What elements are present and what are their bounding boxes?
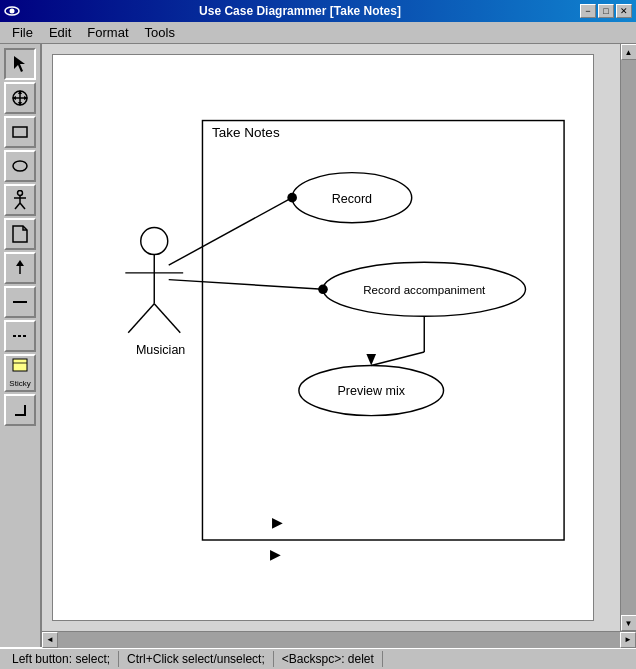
svg-rect-10	[13, 127, 27, 137]
menu-tools[interactable]: Tools	[137, 23, 183, 42]
svg-line-16	[20, 203, 25, 209]
svg-point-1	[10, 9, 15, 14]
svg-marker-19	[16, 260, 24, 266]
svg-line-38	[371, 352, 424, 366]
svg-rect-22	[13, 359, 27, 371]
close-button[interactable]: ✕	[616, 4, 632, 18]
status-bar: Left button: select; Ctrl+Click select/u…	[0, 647, 636, 669]
scroll-up-button[interactable]: ▲	[621, 44, 637, 60]
svg-point-34	[287, 193, 297, 203]
svg-line-15	[15, 203, 20, 209]
usecase-record-acc-label: Record accompaniment	[363, 284, 486, 296]
svg-line-29	[154, 304, 180, 333]
bracket-tool[interactable]	[4, 394, 36, 426]
scroll-right-button[interactable]: ►	[620, 632, 636, 648]
menu-edit[interactable]: Edit	[41, 23, 79, 42]
svg-point-12	[18, 191, 23, 196]
canvas-container: Take Notes Musician	[42, 44, 636, 647]
canvas-with-scrollbar: Take Notes Musician	[42, 44, 636, 631]
toolbar: Sticky	[0, 44, 42, 647]
window-title: Use Case Diagrammer [Take Notes]	[20, 4, 580, 18]
dashed-line-tool[interactable]	[4, 320, 36, 352]
svg-marker-2	[14, 56, 25, 72]
sticky-tool[interactable]: Sticky	[4, 354, 36, 392]
svg-marker-39	[366, 354, 376, 366]
window-controls: − □ ✕	[580, 4, 632, 18]
system-boundary-label: Take Notes	[212, 125, 280, 140]
ellipse-tool[interactable]	[4, 150, 36, 182]
note-tool[interactable]	[4, 218, 36, 250]
scrollbar-right: ▲ ▼	[620, 44, 636, 631]
menu-bar: File Edit Format Tools	[0, 22, 636, 44]
canvas-area[interactable]: Take Notes Musician	[42, 44, 620, 631]
usecase-record-label: Record	[332, 192, 372, 206]
svg-line-33	[169, 198, 292, 266]
scrollbar-bottom: ◄ ►	[42, 631, 636, 647]
menu-file[interactable]: File	[4, 23, 41, 42]
minimize-button[interactable]: −	[580, 4, 596, 18]
scroll-track-horizontal[interactable]	[58, 632, 620, 648]
scroll-left-button[interactable]: ◄	[42, 632, 58, 648]
svg-point-36	[318, 284, 328, 294]
line-tool[interactable]	[4, 286, 36, 318]
select-tool[interactable]	[4, 48, 36, 80]
main-layout: Sticky Take Notes	[0, 44, 636, 647]
svg-point-11	[13, 161, 27, 171]
app-icon	[4, 3, 20, 19]
status-section-1: Ctrl+Click select/unselect;	[119, 651, 274, 667]
actor-tool[interactable]	[4, 184, 36, 216]
svg-point-25	[141, 228, 168, 255]
scroll-track-vertical[interactable]	[621, 60, 637, 615]
svg-text:▶: ▶	[270, 547, 281, 562]
maximize-button[interactable]: □	[598, 4, 614, 18]
scroll-down-button[interactable]: ▼	[621, 615, 637, 631]
status-section-2: <Backspc>: delet	[274, 651, 383, 667]
status-section-0: Left button: select;	[4, 651, 119, 667]
svg-line-28	[128, 304, 154, 333]
actor-label: Musician	[136, 343, 185, 357]
svg-marker-17	[13, 226, 27, 242]
menu-format[interactable]: Format	[79, 23, 136, 42]
rectangle-tool[interactable]	[4, 116, 36, 148]
diagram-svg: Take Notes Musician	[53, 55, 593, 620]
arrow-up-tool[interactable]	[4, 252, 36, 284]
move-tool[interactable]	[4, 82, 36, 114]
diagram-canvas: Take Notes Musician	[52, 54, 594, 621]
usecase-preview-label: Preview mix	[337, 384, 405, 398]
title-bar: Use Case Diagrammer [Take Notes] − □ ✕	[0, 0, 636, 22]
svg-line-35	[169, 280, 323, 290]
